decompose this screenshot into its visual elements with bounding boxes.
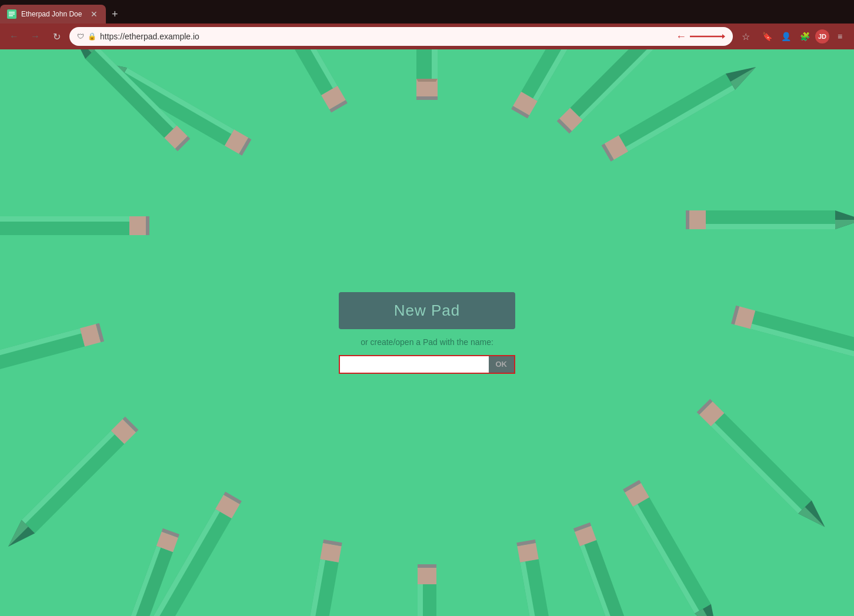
ok-button[interactable]: OK [489,356,515,373]
arrow-line [690,33,725,40]
forward-button[interactable]: → [27,28,44,45]
profile-button[interactable]: 👤 [778,28,794,45]
svg-rect-31 [686,210,689,229]
svg-rect-54 [517,543,538,563]
new-tab-button[interactable]: + [106,5,124,24]
browser-chrome: Etherpad John Doe ✕ + ← → ↻ 🛡 🔒 https://… [0,0,854,49]
svg-rect-87 [0,216,129,222]
tab-bar: Etherpad John Doe ✕ + [0,0,854,24]
svg-rect-57 [418,584,423,616]
svg-rect-8 [432,49,438,79]
or-create-text: or create/open a Pad with the name: [361,337,493,347]
svg-rect-2 [9,14,15,15]
back-button[interactable]: ← [6,28,22,45]
tab-close-button[interactable]: ✕ [89,9,99,19]
svg-rect-30 [689,210,706,229]
pocket-button[interactable]: 🔖 [759,28,775,45]
page-content: New Pad or create/open a Pad with the na… [0,49,854,616]
profile-icon: 👤 [781,32,791,41]
tab-favicon [7,9,16,19]
tab-title: Etherpad John Doe [21,10,85,18]
avatar-button[interactable]: JD [815,29,829,43]
lock-icon: 🔒 [88,32,96,41]
url-text: https://etherpad.example.io [100,32,672,41]
svg-rect-90 [129,216,146,235]
security-icon: 🛡 [77,32,84,41]
svg-marker-5 [722,34,725,39]
svg-rect-91 [146,216,149,235]
address-arrow-icon: ← [676,31,686,43]
center-ui: New Pad or create/open a Pad with the na… [339,292,515,374]
extensions-button[interactable]: 🧩 [796,28,813,45]
menu-button[interactable]: ≡ [832,28,848,45]
new-pad-button[interactable]: New Pad [339,292,515,329]
svg-rect-66 [320,543,341,563]
active-tab[interactable]: Etherpad John Doe ✕ [0,5,106,24]
pad-name-row: OK [339,355,515,374]
svg-rect-61 [418,564,436,568]
address-bar[interactable]: 🛡 🔒 https://etherpad.example.io ← [69,27,733,46]
reload-button[interactable]: ↻ [48,28,65,45]
svg-marker-12 [416,79,438,82]
svg-rect-13 [416,96,438,100]
svg-rect-3 [9,15,13,16]
pad-name-input[interactable] [340,356,489,373]
svg-rect-1 [9,12,15,13]
bookmark-star-button[interactable]: ☆ [738,28,754,45]
svg-rect-27 [706,224,835,229]
browser-actions: 🔖 👤 🧩 JD ≡ [759,28,848,45]
nav-bar: ← → ↻ 🛡 🔒 https://etherpad.example.io ← … [0,24,854,49]
svg-rect-60 [418,568,436,584]
